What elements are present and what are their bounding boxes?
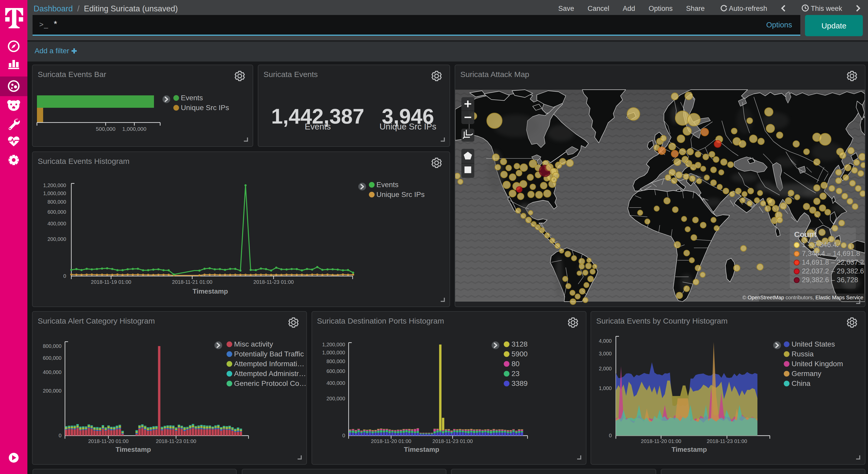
svg-text:Events: Events bbox=[305, 121, 331, 131]
svg-text:14,691.8 – 22,037.2: 14,691.8 – 22,037.2 bbox=[802, 258, 864, 266]
svg-text:200,000: 200,000 bbox=[43, 388, 61, 394]
svg-text:Events: Events bbox=[376, 180, 399, 188]
svg-text:Timestamp: Timestamp bbox=[672, 446, 707, 453]
svg-text:2018-11-19 01:00: 2018-11-19 01:00 bbox=[91, 279, 131, 285]
svg-text:United Kingdom: United Kingdom bbox=[792, 360, 843, 368]
svg-text:Misc activity: Misc activity bbox=[234, 340, 273, 348]
svg-text:800,000: 800,000 bbox=[326, 358, 345, 364]
svg-text:5900: 5900 bbox=[511, 350, 527, 358]
svg-text:600,000: 600,000 bbox=[326, 368, 345, 374]
svg-text:Generic Protocol Co…: Generic Protocol Co… bbox=[234, 379, 306, 387]
svg-text:© OpenStreetMap contributors,: © OpenStreetMap contributors, Elastic Ma… bbox=[742, 294, 863, 300]
svg-text:Attempted Informati…: Attempted Informati… bbox=[234, 360, 304, 368]
svg-text:Potentially Bad Traffic: Potentially Bad Traffic bbox=[234, 350, 304, 358]
svg-text:3128: 3128 bbox=[511, 340, 527, 348]
svg-text:0: 0 bbox=[342, 433, 345, 438]
svg-text:400,000: 400,000 bbox=[48, 220, 66, 226]
svg-text:Unique Src IPs: Unique Src IPs bbox=[376, 190, 425, 198]
svg-text:Count: Count bbox=[794, 230, 816, 238]
svg-text:0: 0 bbox=[59, 433, 61, 438]
svg-text:Attempted Administr…: Attempted Administr… bbox=[234, 369, 306, 378]
svg-text:Unique Src IPs: Unique Src IPs bbox=[379, 121, 436, 131]
svg-text:200,000: 200,000 bbox=[48, 236, 66, 242]
svg-text:29,382.6 – 36,728: 29,382.6 – 36,728 bbox=[802, 276, 858, 284]
svg-text:0: 0 bbox=[609, 433, 612, 438]
svg-text:Timestamp: Timestamp bbox=[116, 446, 151, 453]
svg-text:400,000: 400,000 bbox=[326, 380, 345, 386]
svg-text:1,200,000: 1,200,000 bbox=[322, 342, 345, 347]
svg-text:800,000: 800,000 bbox=[48, 199, 66, 204]
svg-text:Timestamp: Timestamp bbox=[193, 287, 228, 295]
svg-text:China: China bbox=[792, 379, 811, 387]
svg-text:1,200,000: 1,200,000 bbox=[43, 182, 66, 188]
svg-text:Timestamp: Timestamp bbox=[404, 446, 439, 453]
svg-text:200,000: 200,000 bbox=[326, 396, 345, 402]
svg-text:800,000: 800,000 bbox=[43, 343, 61, 349]
svg-text:2018-11-23 01:00: 2018-11-23 01:00 bbox=[707, 438, 747, 444]
svg-text:1,000,000: 1,000,000 bbox=[322, 350, 345, 355]
svg-text:2018-11-23 01:00: 2018-11-23 01:00 bbox=[253, 279, 294, 285]
svg-text:2018-11-21 01:00: 2018-11-21 01:00 bbox=[172, 279, 212, 285]
svg-text:2,000: 2,000 bbox=[599, 366, 612, 372]
svg-text:Unique Src IPs: Unique Src IPs bbox=[181, 103, 229, 111]
svg-text:1,000,000: 1,000,000 bbox=[43, 190, 66, 196]
svg-text:2018-11-20 01:00: 2018-11-20 01:00 bbox=[88, 438, 128, 444]
svg-text:3389: 3389 bbox=[511, 379, 527, 387]
svg-text:United States: United States bbox=[792, 340, 835, 348]
svg-text:Russia: Russia bbox=[792, 350, 814, 358]
svg-text:2018-11-20 01:00: 2018-11-20 01:00 bbox=[641, 438, 681, 444]
svg-text:0: 0 bbox=[63, 273, 66, 278]
svg-text:2018-11-23 01:00: 2018-11-23 01:00 bbox=[156, 438, 196, 444]
svg-text:500,000: 500,000 bbox=[96, 126, 116, 131]
svg-text:2018-11-23 01:00: 2018-11-23 01:00 bbox=[432, 438, 472, 444]
svg-text:3,000: 3,000 bbox=[599, 351, 612, 356]
svg-text:23: 23 bbox=[511, 369, 519, 378]
svg-text:1 – 7,346.4: 1 – 7,346.4 bbox=[802, 241, 837, 248]
svg-text:600,000: 600,000 bbox=[48, 209, 66, 214]
svg-text:1,000,000: 1,000,000 bbox=[122, 126, 146, 131]
svg-text:Events: Events bbox=[181, 94, 203, 101]
svg-text:Germany: Germany bbox=[792, 369, 821, 378]
svg-text:400,000: 400,000 bbox=[43, 369, 61, 375]
svg-text:4,000: 4,000 bbox=[599, 338, 612, 344]
svg-text:80: 80 bbox=[511, 360, 519, 368]
svg-text:7,346.4 – 14,691.8: 7,346.4 – 14,691.8 bbox=[802, 249, 860, 257]
svg-text:2018-11-20 01:00: 2018-11-20 01:00 bbox=[371, 438, 411, 444]
svg-text:600,000: 600,000 bbox=[43, 355, 61, 361]
svg-text:1,000: 1,000 bbox=[599, 385, 612, 391]
svg-text:22,037.2 – 29,382.6: 22,037.2 – 29,382.6 bbox=[802, 267, 864, 275]
